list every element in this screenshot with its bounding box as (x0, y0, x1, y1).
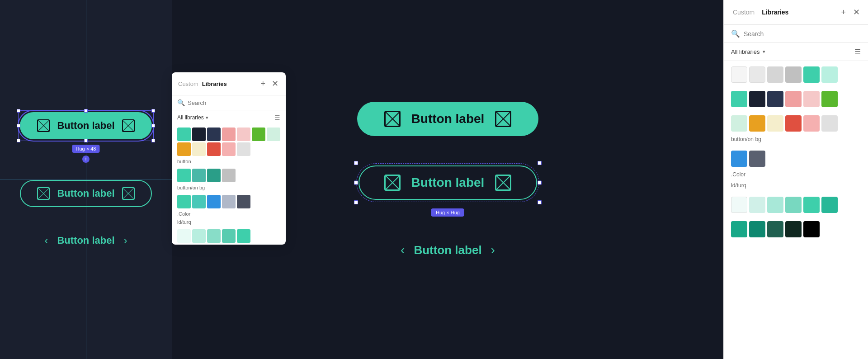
button-filled-container: Button label Hug × 48 + (20, 112, 151, 139)
panel-add-button[interactable]: + (840, 6, 847, 18)
panel-swatch[interactable] (731, 91, 747, 107)
panel-swatch[interactable] (785, 66, 802, 83)
button-filled-selected[interactable]: Button label (20, 112, 151, 139)
popup-lib-filter[interactable]: All libraries ▾ (177, 114, 208, 121)
panel-swatch[interactable] (731, 66, 747, 83)
popup-swatch[interactable] (222, 142, 236, 156)
right-arrow-nav[interactable]: ‹ Button label › (401, 243, 495, 257)
popup-swatch[interactable] (177, 142, 191, 156)
panel-swatch[interactable] (749, 66, 765, 83)
popup-swatch-grid-button-on-bg (172, 192, 286, 210)
popup-swatch[interactable] (252, 128, 265, 141)
handle-bl[interactable] (17, 139, 20, 142)
popup-swatch[interactable] (237, 142, 250, 156)
popup-swatch[interactable] (177, 169, 191, 182)
popup-swatch[interactable] (207, 229, 221, 243)
sel-handle-ml[interactable] (354, 181, 358, 185)
popup-swatch[interactable] (177, 128, 191, 141)
panel-swatch-button-on-bg (724, 145, 868, 170)
panel-swatch[interactable] (821, 197, 838, 213)
popup-swatch[interactable] (192, 229, 206, 243)
panel-swatch[interactable] (749, 115, 765, 132)
popup-search-input[interactable] (188, 99, 280, 106)
add-handle[interactable]: + (82, 156, 90, 163)
button-outline[interactable]: Button label (20, 180, 151, 207)
popup-swatch[interactable] (222, 195, 236, 208)
panel-swatch[interactable] (821, 91, 838, 107)
panel-swatch[interactable] (731, 221, 747, 237)
popup-swatch[interactable] (207, 169, 221, 182)
sel-handle-bl[interactable] (354, 200, 358, 204)
panel-swatch[interactable] (731, 115, 747, 132)
popup-swatch[interactable] (177, 229, 191, 243)
right-button-filled[interactable]: Button label (357, 102, 539, 136)
panel-swatch[interactable] (731, 197, 747, 213)
panel-swatch[interactable] (749, 91, 765, 107)
panel-tab-libraries[interactable]: Libraries (760, 8, 790, 17)
popup-swatch[interactable] (207, 142, 221, 156)
sel-handle-tr[interactable] (538, 161, 542, 165)
popup-add-button[interactable]: + (259, 78, 266, 90)
sel-handle-mr[interactable] (538, 181, 542, 185)
arrow-left-icon: ‹ (44, 234, 48, 247)
panel-swatch[interactable] (749, 221, 765, 237)
panel-close-button[interactable]: ✕ (852, 6, 861, 18)
panel-swatch[interactable] (767, 197, 783, 213)
panel-swatch[interactable] (803, 91, 820, 107)
popup-swatch[interactable] (237, 128, 250, 141)
panel-swatch[interactable] (821, 66, 838, 83)
panel-swatch[interactable] (803, 66, 820, 83)
sel-handle-br[interactable] (538, 200, 542, 204)
popup-list-icon[interactable]: ☰ (274, 114, 280, 121)
popup-tab-custom[interactable]: Custom (178, 80, 198, 87)
panel-swatch[interactable] (803, 221, 820, 237)
panel-swatch[interactable] (749, 151, 765, 167)
popup-swatch[interactable] (192, 128, 206, 141)
panel-swatch[interactable] (785, 91, 802, 107)
handle-tl[interactable] (17, 109, 20, 113)
popup-swatch[interactable] (192, 195, 206, 208)
panel-swatch[interactable] (821, 115, 838, 132)
popup-close-button[interactable]: ✕ (271, 78, 279, 90)
popup-search-icon: 🔍 (177, 99, 185, 106)
popup-swatch[interactable] (222, 229, 236, 243)
popup-tab-libraries[interactable]: Libraries (202, 80, 227, 87)
panel-swatch[interactable] (749, 197, 765, 213)
panel-tab-custom[interactable]: Custom (731, 8, 756, 17)
popup-swatch[interactable] (237, 229, 250, 243)
panel-swatch[interactable] (767, 221, 783, 237)
popup-swatch[interactable] (192, 142, 206, 156)
popup-swatch[interactable] (207, 128, 221, 141)
handle-mr[interactable] (151, 124, 155, 128)
right-button-selected[interactable]: Button label (359, 165, 538, 200)
panel-list-icon[interactable]: ☰ (854, 47, 861, 56)
panel-swatch[interactable] (785, 115, 802, 132)
right-panel: Custom Libraries + ✕ 🔍 All libraries ▾ ☰ (723, 0, 868, 359)
panel-swatch[interactable] (803, 115, 820, 132)
popup-swatch[interactable] (177, 195, 191, 208)
handle-ml[interactable] (17, 124, 20, 128)
panel-swatch[interactable] (767, 66, 783, 83)
popup-swatch[interactable] (192, 169, 206, 182)
panel-swatch[interactable] (803, 197, 820, 213)
popup-swatch[interactable] (237, 195, 250, 208)
panel-swatch[interactable] (785, 221, 802, 237)
popup-swatch[interactable] (222, 128, 236, 141)
panel-lib-filter[interactable]: All libraries ▾ (731, 48, 765, 55)
panel-swatch[interactable] (767, 91, 783, 107)
popup-swatch[interactable] (207, 195, 221, 208)
panel-swatch[interactable] (731, 151, 747, 167)
panel-search-input[interactable] (744, 30, 861, 38)
popup-swatch[interactable] (267, 128, 280, 141)
popup-swatch[interactable] (222, 169, 236, 182)
size-badge: Hug × 48 (72, 145, 100, 153)
sel-handle-tl[interactable] (354, 161, 358, 165)
panel-swatch[interactable] (767, 115, 783, 132)
panel-swatch[interactable] (785, 197, 802, 213)
right-arrow-label: Button label (414, 243, 481, 257)
popup-section-button: button (172, 158, 286, 166)
panel-chevron-icon: ▾ (763, 49, 765, 55)
handle-tr[interactable] (151, 109, 155, 113)
arrow-right-icon: › (124, 234, 127, 247)
handle-br[interactable] (151, 139, 155, 142)
